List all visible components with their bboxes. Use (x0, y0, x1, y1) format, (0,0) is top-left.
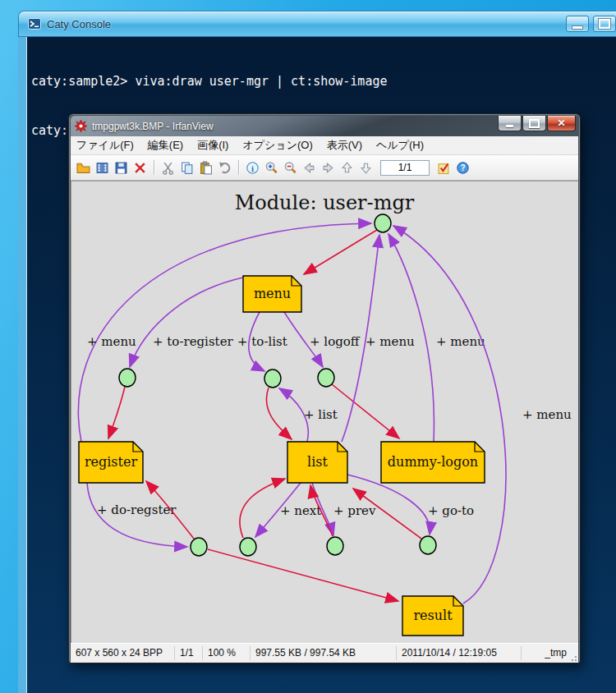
irfanview-title: tmpgpwt3k.BMP - IrfanView (92, 121, 214, 132)
arrow-left-icon[interactable] (301, 159, 318, 177)
irfanview-close-button[interactable]: ✕ (547, 116, 576, 131)
status-zoom-level: 100 % (203, 646, 251, 660)
page-indicator-field[interactable] (380, 160, 430, 176)
close-icon: ✕ (557, 117, 565, 129)
irfanview-window: tmpgpwt3k.BMP - IrfanView ✕ ファイル(F) 編集(E… (68, 113, 581, 663)
console-minimize-button[interactable] (566, 16, 589, 32)
edge-s-to-register-to-register (108, 387, 125, 438)
minimize-icon (572, 25, 583, 30)
status-file-date: 2011/10/14 / 12:19:05 (397, 646, 522, 660)
arrow-right-icon[interactable] (319, 159, 337, 177)
status-file-size: 997.55 KB / 997.54 KB (251, 646, 397, 660)
edge-label-menu-to-s-to-list: + to-list (237, 334, 287, 349)
edge-label-list-to-state-menu: + menu (365, 334, 415, 349)
irfanview-toolbar: i ? (71, 155, 578, 181)
edge-state-menu-to-menu (304, 230, 377, 274)
irfanview-maximize-button[interactable] (522, 116, 546, 131)
action-node-label-list: list (307, 454, 328, 470)
menu-edit[interactable]: 編集(E) (148, 138, 183, 153)
state-node-s-to-list (264, 369, 281, 388)
console-line: caty:sample2> viva:draw user-mgr | ct:sh… (31, 73, 611, 89)
state-node-s-to-register (119, 369, 136, 387)
help-icon[interactable]: ? (454, 159, 471, 177)
menu-options[interactable]: オプション(O) (242, 138, 312, 153)
irfanview-minimize-button[interactable] (498, 116, 522, 131)
action-node-label-result: result (413, 608, 453, 623)
zoom-out-icon[interactable] (282, 159, 299, 177)
svg-text:i: i (251, 163, 254, 172)
image-view-area[interactable]: Module: user-mgr+ to-register+ menu+ to-… (71, 181, 578, 643)
desktop: Caty Console caty:sample2> viva:draw use… (0, 0, 616, 693)
delete-icon[interactable] (131, 159, 149, 177)
console-maximize-button[interactable] (593, 16, 616, 32)
open-folder-icon[interactable] (75, 159, 92, 177)
maximize-icon (599, 19, 610, 29)
undo-icon[interactable] (216, 159, 233, 177)
copy-icon[interactable] (178, 159, 195, 177)
edge-label-register-to-s-do-regster: + do-regster (97, 503, 177, 517)
irfanview-titlebar[interactable]: tmpgpwt3k.BMP - IrfanView ✕ (71, 116, 578, 136)
info-icon[interactable]: i (244, 159, 261, 177)
paste-icon[interactable] (197, 159, 214, 177)
state-node-s-do-regster (191, 538, 207, 556)
status-page-number: 1/1 (175, 646, 203, 660)
arrow-up-icon[interactable] (338, 159, 356, 177)
edge-label-menu-to-s-logoff: + logoff (310, 334, 361, 349)
action-node-label-menu: menu (254, 286, 291, 301)
arrow-down-icon[interactable] (357, 159, 375, 177)
edge-label-list-to-s-to-list: + list (304, 407, 338, 422)
edge-label-register-to-state-menu: + menu (87, 334, 136, 349)
action-node-label-register: register (85, 454, 138, 470)
status-image-dimensions: 607 x 560 x 24 BPP (71, 646, 175, 660)
toolbar-separator (154, 160, 154, 175)
zoom-in-icon[interactable] (263, 159, 280, 177)
console-app-icon (28, 17, 41, 30)
edge-label-menu-to-s-to-register: + to-register (153, 334, 234, 349)
edge-label-list-to-s-next: + next (280, 503, 321, 518)
menu-image[interactable]: 画像(I) (197, 138, 228, 153)
edge-label-list-to-s-go-to: + go-to (428, 503, 474, 518)
edge-s-logoff-to-dummy-logon (332, 384, 399, 438)
edge-menu-to-s-to-register (130, 278, 243, 367)
svg-text:?: ? (460, 163, 465, 172)
irfanview-menubar: ファイル(F) 編集(E) 画像(I) オプション(O) 表示(V) ヘルプ(H… (71, 136, 578, 155)
menu-view[interactable]: 表示(V) (327, 138, 362, 153)
state-diagram-image: Module: user-mgr+ to-register+ menu+ to-… (74, 181, 575, 642)
state-node-s-go-to (420, 536, 436, 554)
menu-file[interactable]: ファイル(F) (76, 138, 134, 153)
edge-label-result-to-state-menu: + menu (522, 407, 572, 422)
console-titlebar[interactable]: Caty Console (18, 11, 616, 37)
diagram-title: Module: user-mgr (235, 191, 415, 214)
irfanview-statusbar: 607 x 560 x 24 BPP 1/1 100 % 997.55 KB /… (71, 643, 578, 663)
toolbar-separator (238, 160, 239, 175)
state-node-s-next (240, 538, 256, 556)
maximize-icon (529, 119, 540, 128)
edge-label-dummy-logon-to-state-menu: + menu (436, 334, 485, 349)
slideshow-check-icon[interactable] (435, 159, 453, 177)
cut-icon[interactable] (159, 159, 177, 177)
state-node-s-prev (327, 537, 343, 555)
action-node-label-dummy-logon: dummy-logon (388, 454, 478, 470)
state-node-state-menu (375, 214, 391, 232)
minimize-icon (506, 125, 513, 127)
irfanview-app-icon (75, 120, 87, 132)
edge-s-do-regster-to-result (208, 549, 398, 601)
edge-label-list-to-s-prev: + prev (333, 503, 376, 518)
resize-grip[interactable] (568, 652, 577, 662)
menu-help[interactable]: ヘルプ(H) (376, 138, 424, 153)
save-icon[interactable] (113, 159, 130, 177)
console-title: Caty Console (47, 18, 111, 30)
state-node-s-logoff (318, 369, 334, 387)
thumbnails-icon[interactable] (94, 159, 111, 177)
